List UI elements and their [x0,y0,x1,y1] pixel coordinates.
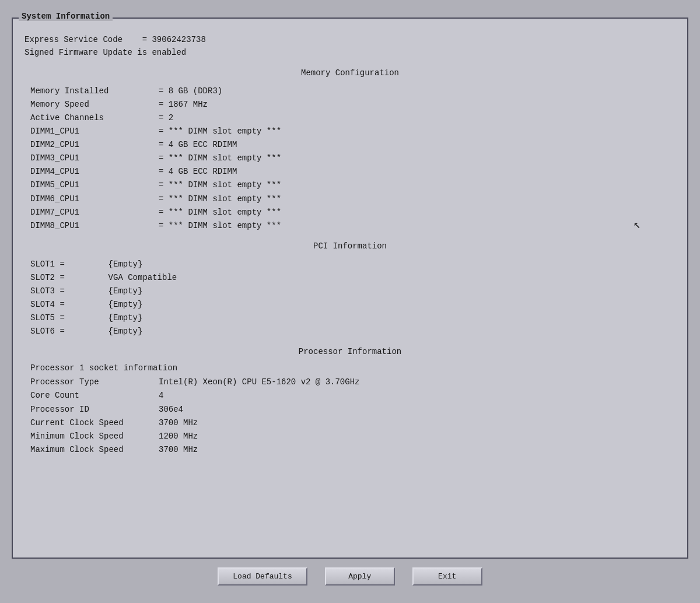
proc-row: Processor TypeIntel(R) Xeon(R) CPU E5-16… [30,376,676,389]
pci-value: {Empty} [89,258,142,271]
memory-label: DIMM6_CPU1 [30,192,159,206]
pci-label: SLOT3 = [30,285,89,298]
pci-value: {Empty} [89,325,142,338]
memory-label: DIMM2_CPU1 [30,138,159,152]
proc-table: Processor TypeIntel(R) Xeon(R) CPU E5-16… [30,376,676,457]
pci-row: SLOT2 = VGA Compatible [30,271,676,285]
pci-row: SLOT1 = {Empty} [30,258,676,271]
proc-value: 1200 MHz [159,430,198,443]
pci-row: SLOT6 = {Empty} [30,325,676,338]
pci-table: SLOT1 = {Empty}SLOT2 = VGA CompatibleSLO… [30,258,676,339]
proc-value: 4 [159,389,163,402]
proc-row: Core Count4 [30,389,676,402]
memory-label: Memory Speed [30,98,159,111]
pci-value: {Empty} [89,298,142,311]
header-info: Express Service Code = 39062423738 Signe… [24,33,676,59]
main-container: System Information Express Service Code … [12,17,688,591]
panel-title: System Information [19,12,113,21]
proc-value: Intel(R) Xeon(R) CPU E5-1620 v2 @ 3.70GH… [159,376,359,389]
pci-label: SLOT4 = [30,298,89,311]
memory-value: = *** DIMM slot empty *** [159,206,281,219]
proc-label: Maximum Clock Speed [30,443,159,457]
proc-value: 3700 MHz [159,416,198,430]
pci-row: SLOT5 = {Empty} [30,311,676,325]
memory-row: DIMM8_CPU1= *** DIMM slot empty *** [30,219,676,233]
memory-row: DIMM2_CPU1= 4 GB ECC RDIMM [30,138,676,152]
memory-row: DIMM4_CPU1= 4 GB ECC RDIMM [30,165,676,178]
memory-value: = 4 GB ECC RDIMM [159,165,237,178]
proc-label: Core Count [30,389,159,402]
memory-label: DIMM1_CPU1 [30,125,159,138]
memory-value: = *** DIMM slot empty *** [159,152,281,165]
pci-label: SLOT5 = [30,311,89,325]
proc-label: Processor Type [30,376,159,389]
memory-label: DIMM4_CPU1 [30,165,159,178]
memory-value: = 4 GB ECC RDIMM [159,138,237,152]
memory-value: = *** DIMM slot empty *** [159,219,281,233]
content-area: Express Service Code = 39062423738 Signe… [22,30,678,460]
proc-label: Current Clock Speed [30,416,159,430]
express-service-code: Express Service Code = 39062423738 [24,33,676,46]
memory-row: Memory Installed= 8 GB (DDR3) [30,85,676,98]
pci-label: SLOT2 = [30,271,89,285]
button-bar: Load Defaults Apply Exit [12,559,688,591]
memory-section-title: Memory Configuration [24,68,676,78]
memory-row: Memory Speed= 1867 MHz [30,98,676,111]
memory-value: = 8 GB (DDR3) [159,85,222,98]
proc-row: Current Clock Speed3700 MHz [30,416,676,430]
firmware-line: Signed Firmware Update is enabled [24,46,676,59]
memory-value: = *** DIMM slot empty *** [159,125,281,138]
proc-label: Processor ID [30,403,159,416]
pci-value: {Empty} [89,285,142,298]
processor-section: Processor 1 socket information Processor… [30,363,676,457]
pci-section-title: PCI Information [24,241,676,251]
memory-row: DIMM7_CPU1= *** DIMM slot empty *** [30,206,676,219]
pci-label: SLOT1 = [30,258,89,271]
memory-row: DIMM3_CPU1= *** DIMM slot empty *** [30,152,676,165]
memory-label: DIMM3_CPU1 [30,152,159,165]
memory-row: DIMM6_CPU1= *** DIMM slot empty *** [30,192,676,206]
memory-value: = *** DIMM slot empty *** [159,192,281,206]
memory-row: Active Channels= 2 [30,111,676,125]
proc-value: 3700 MHz [159,443,198,457]
memory-row: DIMM5_CPU1= *** DIMM slot empty *** [30,178,676,192]
memory-label: DIMM8_CPU1 [30,219,159,233]
pci-label: SLOT6 = [30,325,89,338]
proc-socket-title: Processor 1 socket information [30,363,676,373]
exit-button[interactable]: Exit [412,567,482,586]
pci-value: {Empty} [89,311,142,325]
pci-value: VGA Compatible [89,271,177,285]
memory-value: = *** DIMM slot empty *** [159,178,281,192]
memory-row: DIMM1_CPU1= *** DIMM slot empty *** [30,125,676,138]
pci-row: SLOT4 = {Empty} [30,298,676,311]
proc-row: Processor ID306e4 [30,403,676,416]
system-info-panel: System Information Express Service Code … [12,17,688,559]
proc-row: Maximum Clock Speed3700 MHz [30,443,676,457]
memory-label: Active Channels [30,111,159,125]
memory-label: Memory Installed [30,85,159,98]
memory-label: DIMM5_CPU1 [30,178,159,192]
memory-label: DIMM7_CPU1 [30,206,159,219]
memory-table: Memory Installed= 8 GB (DDR3)Memory Spee… [30,85,676,233]
apply-button[interactable]: Apply [325,567,395,586]
memory-value: = 1867 MHz [159,98,208,111]
proc-value: 306e4 [159,403,183,416]
load-defaults-button[interactable]: Load Defaults [218,567,307,586]
proc-label: Minimum Clock Speed [30,430,159,443]
proc-row: Minimum Clock Speed1200 MHz [30,430,676,443]
pci-row: SLOT3 = {Empty} [30,285,676,298]
memory-value: = 2 [159,111,173,125]
processor-section-title: Processor Information [24,347,676,356]
